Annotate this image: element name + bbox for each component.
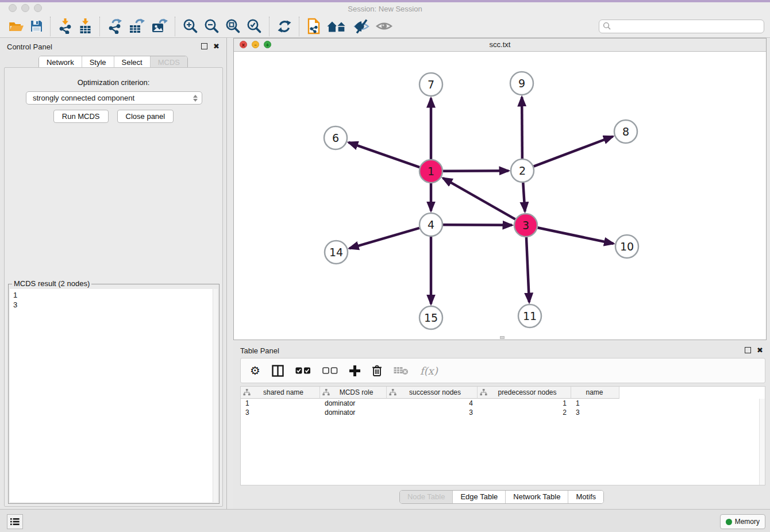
export-image-button[interactable] [148, 17, 171, 35]
graph-edge-3-11[interactable] [526, 237, 529, 302]
zoom-in-button[interactable] [180, 17, 201, 35]
delete-table-icon [394, 366, 409, 375]
select-all-button[interactable] [295, 367, 311, 374]
column-header-predecessor-nodes[interactable]: predecessor nodes [478, 387, 571, 399]
import-network-button[interactable] [55, 17, 75, 35]
graph-node-1[interactable]: 1 [419, 160, 442, 183]
tab-node-table[interactable]: Node Table [400, 491, 453, 503]
table-row[interactable]: 3dominator323 [241, 408, 765, 417]
graph-edge-2-8[interactable] [534, 136, 613, 166]
table-cell[interactable]: 1 [241, 399, 320, 408]
table-toolbar: ⚙ [240, 358, 765, 383]
column-header-name[interactable]: name [571, 387, 619, 399]
open-folder-icon [9, 20, 24, 33]
optimization-criterion-label: Optimization criterion: [5, 78, 222, 87]
zoom-fit-icon [225, 18, 241, 34]
graph-node-4[interactable]: 4 [419, 213, 442, 236]
function-builder-button[interactable]: f(x) [420, 365, 438, 377]
close-panel-icon[interactable]: ✖ [213, 43, 220, 49]
graph-node-7[interactable]: 7 [419, 73, 442, 96]
tab-network-table[interactable]: Network Table [505, 491, 568, 503]
table-cell[interactable]: 1 [478, 399, 571, 408]
first-neighbors-button[interactable] [324, 18, 350, 34]
table-cell[interactable]: 1 [571, 399, 619, 408]
mcds-result-list[interactable]: 13 [10, 289, 218, 502]
table-panel-title: Table Panel [240, 346, 279, 355]
column-header-shared-name[interactable]: shared name [241, 387, 320, 399]
graph-node-2[interactable]: 2 [511, 159, 534, 182]
criterion-dropdown[interactable]: strongly connected component [26, 91, 202, 105]
zoom-out-button[interactable] [201, 17, 222, 35]
hide-selected-button[interactable] [350, 18, 373, 35]
deselect-all-button[interactable] [322, 367, 338, 374]
graph-edge-3-10[interactable] [538, 228, 614, 244]
show-column-panel-button[interactable] [272, 365, 284, 377]
table-settings-button[interactable]: ⚙ [250, 365, 260, 376]
tab-edge-table[interactable]: Edge Table [452, 491, 505, 503]
float-table-panel-icon[interactable] [745, 347, 751, 353]
graph-edge-2-9[interactable] [522, 97, 522, 159]
toolbar-separator [299, 17, 300, 36]
graph-node-15[interactable]: 15 [419, 306, 442, 329]
zoom-fit-button[interactable] [222, 17, 244, 35]
toolbar-separator [50, 17, 51, 36]
graph-node-10[interactable]: 10 [615, 235, 638, 258]
table-cell[interactable]: 4 [387, 399, 478, 408]
delete-column-button[interactable] [372, 365, 382, 377]
graph-edge-4-3[interactable] [443, 225, 512, 225]
add-column-button[interactable] [349, 365, 360, 376]
search-field[interactable] [599, 20, 764, 33]
graph-node-3[interactable]: 3 [514, 214, 537, 237]
table-cell[interactable]: 3 [387, 408, 478, 417]
float-panel-icon[interactable] [201, 43, 207, 49]
run-mcds-button[interactable]: Run MCDS [53, 110, 109, 123]
graph-edge-3-1[interactable] [443, 178, 515, 219]
graph-edge-1-6[interactable] [349, 142, 420, 167]
splitter-handle[interactable] [500, 336, 505, 339]
table-cell[interactable]: 3 [241, 408, 320, 417]
table-cell[interactable]: 2 [478, 408, 571, 417]
graph-node-11[interactable]: 11 [518, 304, 541, 327]
graph-node-6[interactable]: 6 [324, 126, 347, 149]
columns-icon [272, 365, 284, 377]
column-header-successor-nodes[interactable]: successor nodes [387, 387, 478, 399]
graph-node-14[interactable]: 14 [325, 241, 348, 264]
memory-button[interactable]: Memory [720, 514, 765, 529]
network-title: scc.txt [234, 40, 766, 49]
export-network-icon [107, 18, 123, 34]
close-panel-button[interactable]: Close panel [117, 110, 174, 123]
network-canvas[interactable]: 7968124314101511 [234, 51, 766, 340]
application-window: Session: New Session [0, 0, 770, 532]
table-row[interactable]: 1dominator411 [241, 399, 765, 408]
graph-node-8[interactable]: 8 [614, 120, 637, 143]
column-header-MCDS-role[interactable]: MCDS role [320, 387, 387, 399]
open-session-button[interactable] [6, 18, 27, 34]
graph-edge-2-3[interactable] [523, 183, 525, 211]
toolbar-separator [175, 17, 176, 36]
import-table-button[interactable] [75, 17, 95, 35]
table-cell[interactable]: dominator [320, 408, 387, 417]
search-input[interactable] [611, 21, 764, 31]
graph-edge-1-2[interactable] [443, 171, 509, 171]
node-label: 2 [519, 164, 526, 177]
export-network-button[interactable] [105, 17, 126, 35]
result-scrollbar[interactable] [213, 289, 218, 502]
graph-node-9[interactable]: 9 [510, 72, 533, 95]
table-panel: Table Panel ✖ ⚙ [233, 342, 770, 509]
new-network-from-selection-button[interactable] [304, 17, 324, 36]
network-window-titlebar[interactable]: x – + scc.txt [234, 38, 766, 52]
save-session-button[interactable] [27, 18, 46, 34]
table-cell[interactable]: dominator [320, 399, 387, 408]
export-table-button[interactable] [126, 17, 148, 35]
zoom-selected-button[interactable] [244, 17, 265, 35]
tab-motifs[interactable]: Motifs [568, 491, 603, 503]
import-table-icon [78, 18, 93, 34]
show-all-button[interactable] [373, 19, 395, 33]
apply-layout-button[interactable] [274, 18, 295, 35]
graph-edge-4-14[interactable] [349, 228, 419, 248]
delete-table-button[interactable] [394, 366, 409, 375]
show-panels-button[interactable] [7, 514, 23, 529]
close-table-panel-icon[interactable]: ✖ [757, 347, 763, 353]
table-scrollbar[interactable] [759, 399, 765, 485]
table-cell[interactable]: 3 [571, 408, 619, 417]
